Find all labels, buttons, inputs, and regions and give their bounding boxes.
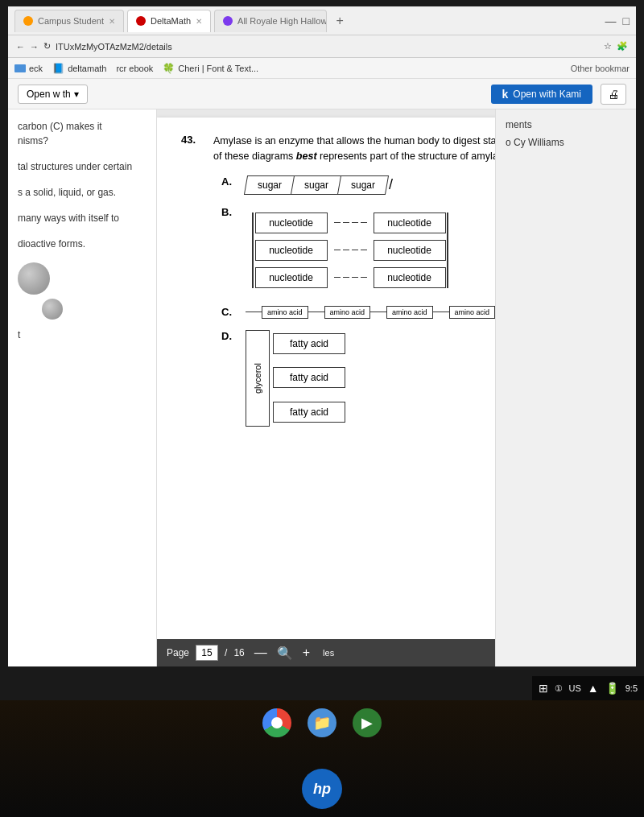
- wifi-icon: ▲: [588, 682, 599, 695]
- tab-royale[interactable]: All Royale High Halloween Hal ✕: [214, 10, 327, 32]
- sugar-chain-end: /: [389, 176, 393, 193]
- hp-circle: hp: [302, 769, 342, 809]
- dash: [334, 277, 341, 279]
- sugar-box-2: sugar: [291, 175, 342, 195]
- fatty-acid-box-2: fatty acid: [273, 367, 345, 388]
- nucleotide-box-2b: nucleotide: [374, 240, 446, 261]
- dash: [343, 222, 349, 224]
- option-b-label: B.: [221, 206, 237, 218]
- zoom-search-button[interactable]: 🔍: [277, 646, 293, 661]
- option-b-content: nucleotide nucleotide: [246, 206, 495, 295]
- nucleotide-box-3a: nucleotide: [255, 267, 328, 288]
- bookmark-rcr[interactable]: rcr ebook: [116, 64, 153, 73]
- nucleotide-row-3: nucleotide nucleotide: [260, 267, 440, 288]
- star-icon[interactable]: ☆: [604, 41, 612, 52]
- bookmark-label-rcr: rcr ebook: [116, 64, 153, 73]
- play-taskbar-icon[interactable]: ▶: [353, 708, 382, 737]
- option-a-label: A.: [221, 175, 237, 188]
- content-area: carbon (C) makes itnisms? tal structures…: [8, 109, 636, 666]
- forward-button[interactable]: →: [30, 42, 39, 52]
- amino-line-1: [308, 312, 324, 313]
- print-icon: 🖨: [608, 88, 619, 101]
- footer-label: les: [323, 648, 334, 658]
- tab-deltamath[interactable]: DeltaMath ✕: [127, 10, 211, 32]
- tab-label-royale: All Royale High Halloween Hal: [237, 16, 327, 26]
- amino-line-start: [246, 312, 262, 313]
- screen-icon: ⊞: [539, 682, 548, 695]
- extensions-icon[interactable]: 🧩: [617, 41, 628, 52]
- bookmark-deltamath[interactable]: 📘 deltamath: [52, 63, 106, 74]
- document-area: 43. Amylase is an enzyme that allows the…: [157, 109, 495, 666]
- question-43-header: 43. Amylase is an enzyme that allows the…: [181, 134, 495, 164]
- zoom-in-button[interactable]: +: [299, 646, 313, 660]
- sugar-box-3: sugar: [337, 175, 389, 195]
- address-bar: ← → ↻ ITUxMzMyOTAzMzM2/details ☆ 🧩: [8, 35, 636, 58]
- option-d-label: D.: [221, 330, 237, 342]
- sidebar-text-1: carbon (C) makes itnisms?: [18, 119, 147, 148]
- page-number-input[interactable]: [196, 645, 218, 661]
- bookmark-icon-eck: [14, 64, 26, 72]
- option-a: A. sugar sugar sugar /: [221, 175, 495, 195]
- other-bookmarks[interactable]: Other bookmar: [571, 64, 630, 73]
- dash: [361, 250, 367, 251]
- tab-close-delta[interactable]: ✕: [196, 17, 202, 26]
- tab-icon-royale: [223, 16, 233, 26]
- sugar-box-1: sugar: [244, 175, 295, 195]
- option-a-content: sugar sugar sugar /: [246, 175, 495, 195]
- refresh-button[interactable]: ↻: [43, 41, 51, 52]
- tab-campus-student[interactable]: Campus Student ✕: [14, 10, 124, 32]
- kami-k-icon: k: [502, 88, 509, 101]
- tray-notification: ①: [555, 683, 563, 694]
- ladder-dashes-2: [331, 250, 370, 251]
- open-with-button[interactable]: Open w th ▾: [18, 85, 88, 104]
- question-text: Amylase is an enzyme that allows the hum…: [213, 134, 495, 164]
- chrome-taskbar-icon[interactable]: [262, 708, 291, 737]
- ball-large: [18, 262, 50, 295]
- bookmark-label-eck: eck: [29, 64, 43, 73]
- nucleotide-ladder: nucleotide nucleotide: [246, 206, 455, 295]
- restore-button[interactable]: □: [623, 14, 630, 27]
- sidebar-text-3: s a solid, liquid, or gas.: [18, 185, 147, 200]
- minimize-button[interactable]: —: [605, 14, 617, 27]
- locale-text: US: [569, 683, 581, 693]
- page-slash: /: [225, 647, 227, 658]
- pdf-bottom-bar: Page / 16 — 🔍 + les: [157, 639, 495, 666]
- question-bold: best: [296, 151, 317, 162]
- bookmark-eck[interactable]: eck: [14, 64, 43, 73]
- ladder-dashes-3: [331, 277, 370, 279]
- ladder-left-side: [252, 213, 254, 288]
- nucleotide-box-1a: nucleotide: [255, 213, 328, 233]
- system-tray: ⊞ ① US ▲ 🔋 9:5: [532, 676, 644, 700]
- option-b: B. nucleotide: [221, 206, 495, 295]
- fatty-acid-box-3: fatty acid: [273, 402, 345, 423]
- bookmark-label-cheri: Cheri | Font & Text...: [178, 64, 258, 73]
- dash: [361, 222, 367, 224]
- sidebar-text-5: dioactive forms.: [18, 237, 147, 251]
- kami-label: Open with Kami: [513, 89, 581, 100]
- tab-close-campus[interactable]: ✕: [109, 17, 115, 26]
- open-with-kami-button[interactable]: k Open with Kami: [491, 85, 593, 104]
- open-with-label: Open w th: [27, 89, 71, 100]
- files-taskbar-icon[interactable]: 📁: [308, 708, 336, 737]
- option-c-content: amino acid amino acid amino acid amino a…: [246, 306, 495, 319]
- ladder-dashes-1: [331, 222, 370, 224]
- amino-line-2: [370, 312, 386, 313]
- address-text[interactable]: ITUxMzMyOTAzMzM2/details: [56, 42, 599, 52]
- zoom-out-button[interactable]: —: [251, 646, 270, 660]
- bookmarks-bar: eck 📘 deltamath rcr ebook 🍀 Cheri | Font…: [8, 58, 636, 79]
- dash: [352, 222, 358, 224]
- bookmark-cheri[interactable]: 🍀 Cheri | Font & Text...: [163, 63, 258, 74]
- back-button[interactable]: ←: [16, 42, 25, 52]
- page-label: Page: [167, 647, 189, 658]
- print-button[interactable]: 🖨: [601, 84, 626, 105]
- browser-controls: — □: [605, 14, 630, 27]
- pdf-toolbar: Open w th ▾ k Open with Kami 🖨: [8, 79, 636, 109]
- nucleotide-box-3b: nucleotide: [374, 267, 446, 288]
- fatty-acid-list: fatty acid fatty acid fatty acid: [273, 330, 345, 427]
- tab-label-campus: Campus Student: [38, 16, 104, 26]
- new-tab-button[interactable]: +: [330, 11, 349, 31]
- dash: [334, 222, 341, 224]
- doc-page: 43. Amylase is an enzyme that allows the…: [157, 118, 495, 649]
- ladder-rows: nucleotide nucleotide: [246, 206, 455, 295]
- dropdown-chevron-icon: ▾: [74, 89, 79, 100]
